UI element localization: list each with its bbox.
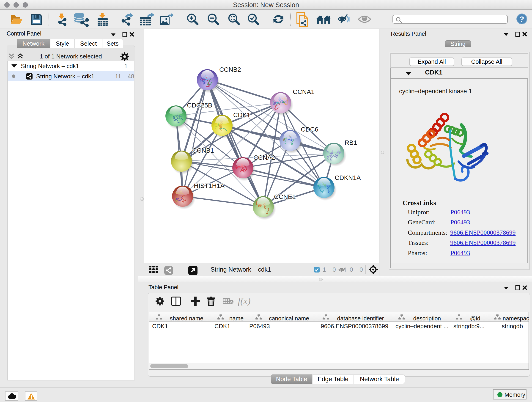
- svg-text:CDKN1A: CDKN1A: [335, 174, 361, 181]
- svg-text:CCNA1: CCNA1: [293, 88, 315, 95]
- svg-text:RB1: RB1: [345, 139, 357, 146]
- svg-text:CCNB2: CCNB2: [219, 66, 241, 73]
- svg-text:CCNB1: CCNB1: [192, 147, 214, 154]
- svg-text:CCNE1: CCNE1: [274, 193, 296, 200]
- svg-text:CDC6: CDC6: [301, 126, 318, 133]
- svg-text:CDC25B: CDC25B: [187, 102, 212, 109]
- svg-text:HIST1H1A: HIST1H1A: [194, 182, 225, 189]
- svg-text:CDK1: CDK1: [233, 111, 250, 119]
- svg-text:CCNA2: CCNA2: [253, 154, 275, 161]
